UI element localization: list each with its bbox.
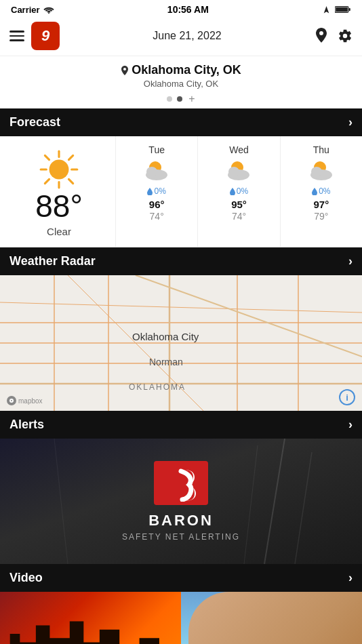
alerts-banner[interactable]: BARON SAFETY NET ALERTING xyxy=(0,439,362,564)
location-header: Oklahoma City, OK Oklahoma City, OK + xyxy=(0,56,362,108)
svg-line-10 xyxy=(68,179,73,183)
map-city-label: Oklahoma City xyxy=(132,331,199,342)
svg-point-21 xyxy=(311,167,322,176)
alerts-header[interactable]: Alerts › xyxy=(0,411,362,439)
status-left: Carrier xyxy=(11,5,54,15)
svg-line-9 xyxy=(45,155,49,159)
primary-location: Oklahoma City, OK xyxy=(0,63,362,77)
svg-point-18 xyxy=(228,167,239,176)
nav-date: June 21, 2022 xyxy=(153,30,221,42)
battery-icon xyxy=(335,5,351,14)
day-2-precip: 0% xyxy=(230,186,248,196)
forecast-body: 88° Clear Tue 0% 96° 74° Wed xyxy=(0,136,362,247)
carrier-label: Carrier xyxy=(11,5,40,15)
sun-icon xyxy=(38,148,80,190)
video-chevron: › xyxy=(348,571,353,585)
day-3-high: 97° xyxy=(313,199,329,210)
status-time: 10:56 AM xyxy=(167,4,209,15)
dot-2[interactable] xyxy=(177,96,182,102)
video-thumbnail[interactable]: 9 xyxy=(0,592,362,644)
svg-rect-2 xyxy=(348,8,350,11)
navigation-icon xyxy=(322,5,331,14)
forecast-chevron: › xyxy=(348,115,353,129)
forecast-title: Forecast xyxy=(9,115,60,129)
baron-logo-container: BARON SAFETY NET ALERTING xyxy=(122,461,240,542)
nav-left: 9 xyxy=(9,22,60,50)
partly-cloudy-icon xyxy=(143,159,170,181)
dot-1[interactable] xyxy=(167,96,172,102)
radar-info-button[interactable]: i xyxy=(339,389,355,405)
nav-right xyxy=(315,28,353,44)
svg-line-12 xyxy=(45,179,49,183)
menu-button[interactable] xyxy=(9,31,24,41)
current-temperature: 88° xyxy=(35,190,83,222)
video-header[interactable]: Video › xyxy=(0,564,362,592)
forecast-day-3: Thu 0% 97° 79° xyxy=(281,136,362,247)
day-3-precip: 0% xyxy=(312,186,330,196)
svg-point-37 xyxy=(11,400,12,401)
status-bar: Carrier 10:56 AM xyxy=(0,0,362,18)
day-2-name: Wed xyxy=(229,144,249,155)
radar-title: Weather Radar xyxy=(9,254,96,268)
radar-map[interactable]: Oklahoma City Norman OKLAHOMA mapbox i xyxy=(0,275,362,411)
map-oklahoma-label: OKLAHOMA xyxy=(129,382,186,392)
svg-line-41 xyxy=(54,439,68,564)
day-2-high: 95° xyxy=(231,199,247,210)
radar-header[interactable]: Weather Radar › xyxy=(0,247,362,275)
svg-line-40 xyxy=(244,445,258,564)
day-2-icon xyxy=(225,159,252,184)
anchor-face xyxy=(188,592,362,644)
channel9-logo[interactable]: 9 xyxy=(31,22,60,50)
map-norman-label: Norman xyxy=(149,357,183,367)
location-pin-icon[interactable] xyxy=(315,28,328,44)
svg-line-39 xyxy=(295,452,312,564)
svg-line-38 xyxy=(264,439,285,564)
forecast-header[interactable]: Forecast › xyxy=(0,108,362,136)
add-location-button[interactable]: + xyxy=(188,94,195,104)
baron-logo-box xyxy=(154,461,208,505)
day-1-precip: 0% xyxy=(147,186,165,196)
day-3-low: 79° xyxy=(314,211,328,222)
day-3-icon xyxy=(308,159,335,184)
forecast-days: Tue 0% 96° 74° Wed xyxy=(115,136,362,247)
day-1-low: 74° xyxy=(150,211,164,222)
settings-icon[interactable] xyxy=(338,28,353,43)
top-nav: 9 June 21, 2022 xyxy=(0,18,362,56)
current-condition: Clear xyxy=(47,226,71,237)
baron-tagline: SAFETY NET ALERTING xyxy=(122,532,240,542)
svg-point-15 xyxy=(146,167,157,176)
svg-rect-42 xyxy=(169,470,174,501)
svg-point-0 xyxy=(48,12,49,14)
partly-cloudy-icon-3 xyxy=(308,159,335,181)
day-1-name: Tue xyxy=(148,144,165,155)
secondary-location: Oklahoma City, OK xyxy=(0,79,362,89)
day-2-low: 74° xyxy=(232,211,246,222)
wifi-icon xyxy=(43,5,54,14)
pagination-dots: + xyxy=(0,94,362,104)
baron-brand-name: BARON xyxy=(148,512,214,529)
forecast-day-2: Wed 0% 95° 74° xyxy=(198,136,280,247)
location-dot-icon xyxy=(121,66,129,75)
status-right xyxy=(322,5,351,14)
partly-cloudy-icon-2 xyxy=(225,159,252,181)
day-1-icon xyxy=(143,159,170,184)
alerts-title: Alerts xyxy=(9,418,44,432)
svg-rect-3 xyxy=(336,7,348,12)
baron-b-icon xyxy=(161,464,201,502)
svg-point-4 xyxy=(49,160,69,180)
radar-chevron: › xyxy=(348,254,353,268)
day-1-high: 96° xyxy=(149,199,165,210)
alerts-chevron: › xyxy=(348,418,353,432)
mapbox-logo-icon xyxy=(7,396,16,405)
video-section: Video › 9 9 MORNING FORECAST from the xyxy=(0,564,362,644)
svg-line-11 xyxy=(68,155,73,159)
mapbox-credit: mapbox xyxy=(7,396,43,405)
current-forecast: 88° Clear xyxy=(0,136,115,247)
forecast-day-1: Tue 0% 96° 74° xyxy=(116,136,198,247)
day-3-name: Thu xyxy=(313,144,329,155)
video-title: Video xyxy=(9,571,43,585)
